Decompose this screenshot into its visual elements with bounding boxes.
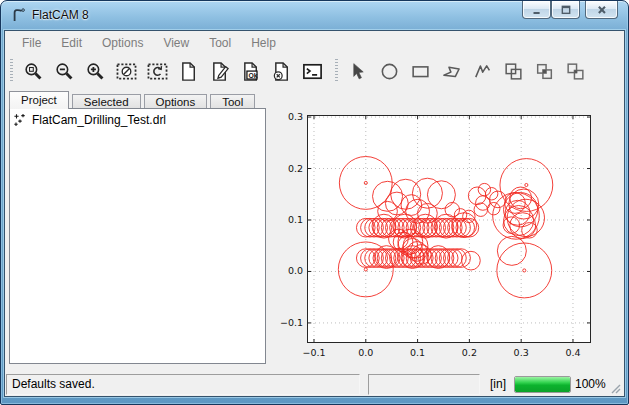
toolbar	[6, 54, 623, 88]
replot-button[interactable]	[142, 56, 173, 86]
clear-plot-icon	[116, 61, 137, 82]
close-button[interactable]	[585, 1, 618, 19]
drill-hole-marker	[373, 218, 392, 237]
drill-hole-marker	[364, 268, 367, 271]
menu-help[interactable]: Help	[241, 33, 286, 54]
zoom-fit-button[interactable]	[18, 56, 49, 86]
drill-hole-marker	[448, 249, 467, 268]
menu-edit[interactable]: Edit	[51, 33, 92, 54]
drill-hole-marker	[497, 236, 526, 265]
drill-hole-marker	[497, 243, 552, 298]
delete-object-icon	[271, 61, 292, 82]
close-icon	[595, 3, 609, 17]
draw-polygon-icon	[441, 61, 462, 82]
draw-polygon-button[interactable]	[436, 56, 467, 86]
polygon-union-icon	[503, 61, 524, 82]
drill-hole-marker	[385, 192, 408, 215]
toolbar-group-geometry	[343, 56, 591, 86]
new-file-icon	[178, 61, 199, 82]
drill-hole-marker	[361, 218, 380, 237]
tab-options[interactable]: Options	[144, 94, 208, 109]
units-label: [in]	[486, 377, 510, 391]
shell-icon	[302, 61, 323, 82]
tree-item-label: FlatCam_Drilling_Test.drl	[32, 113, 166, 127]
tree-item[interactable]: FlatCam_Drilling_Test.drl	[10, 109, 265, 127]
status-position-panel	[368, 374, 480, 395]
drill-hole-marker	[478, 183, 490, 195]
maximize-button[interactable]	[551, 1, 580, 19]
resize-grip[interactable]	[609, 382, 622, 395]
draw-circle-button[interactable]	[374, 56, 405, 86]
zoom-out-button[interactable]	[49, 56, 80, 86]
draw-path-button[interactable]	[467, 56, 498, 86]
drill-hole-marker	[462, 251, 481, 270]
toolbar-group-plot	[18, 56, 328, 86]
zoom-fit-icon	[23, 61, 44, 82]
tab-project[interactable]: Project	[9, 91, 69, 109]
menu-tool[interactable]: Tool	[199, 33, 241, 54]
title-bar[interactable]: FlatCAM 8	[1, 1, 628, 30]
edit-file-icon	[209, 61, 230, 82]
minimize-button[interactable]	[522, 1, 551, 19]
draw-circle-icon	[379, 61, 400, 82]
replot-icon	[147, 61, 168, 82]
tab-bar: ProjectSelectedOptionsTool	[9, 91, 258, 109]
status-message-panel: Defaults saved.	[6, 374, 360, 395]
shell-button[interactable]	[297, 56, 328, 86]
progress-percent-label: 100%	[575, 377, 606, 391]
toolbar-drag-handle[interactable]	[335, 59, 338, 83]
drill-hole-marker	[525, 183, 528, 186]
drill-hole-marker	[365, 218, 384, 237]
draw-rectangle-icon	[410, 61, 431, 82]
drill-file-icon	[13, 113, 27, 127]
project-tree[interactable]: FlatCam_Drilling_Test.drl	[9, 108, 266, 364]
zoom-out-icon	[54, 61, 75, 82]
polygon-intersection-icon	[534, 61, 555, 82]
tab-tool[interactable]: Tool	[210, 94, 255, 109]
zoom-in-button[interactable]	[80, 56, 111, 86]
menu-options[interactable]: Options	[92, 33, 153, 54]
select-icon	[348, 61, 369, 82]
ok-file-button[interactable]	[235, 56, 266, 86]
drill-hole-marker	[523, 269, 526, 272]
draw-path-icon	[472, 61, 493, 82]
polygon-subtract-icon	[565, 61, 586, 82]
drill-hole-marker	[435, 249, 454, 268]
select-button[interactable]	[343, 56, 374, 86]
tab-selected[interactable]: Selected	[72, 94, 141, 109]
window-title: FlatCAM 8	[32, 8, 89, 22]
delete-object-button[interactable]	[266, 56, 297, 86]
minimize-icon	[530, 3, 544, 17]
toolbar-drag-handle[interactable]	[10, 59, 13, 83]
new-file-button[interactable]	[173, 56, 204, 86]
drill-hole-marker	[423, 249, 442, 268]
polygon-intersection-button[interactable]	[529, 56, 560, 86]
draw-rectangle-button[interactable]	[405, 56, 436, 86]
polygon-subtract-button[interactable]	[560, 56, 591, 86]
drill-hole-marker	[339, 157, 392, 210]
maximize-icon	[559, 3, 573, 17]
edit-file-button[interactable]	[204, 56, 235, 86]
menu-view[interactable]: View	[153, 33, 199, 54]
zoom-in-icon	[85, 61, 106, 82]
drill-hole-marker	[365, 249, 384, 268]
drill-hole-marker	[435, 218, 454, 237]
drill-hole-marker	[423, 218, 442, 237]
plot-canvas[interactable]	[307, 115, 591, 343]
menu-file[interactable]: File	[12, 33, 51, 54]
ok-file-icon	[240, 61, 261, 82]
drill-hole-marker	[373, 249, 392, 268]
drill-hole-marker	[364, 181, 367, 184]
flatcam-window: FlatCAM 8 FileEditOptionsViewToolHelp Pr…	[0, 0, 629, 405]
axes-border	[308, 116, 591, 343]
polygon-union-button[interactable]	[498, 56, 529, 86]
status-bar: Defaults saved. [in] 100%	[6, 371, 623, 397]
clear-plot-button[interactable]	[111, 56, 142, 86]
status-message: Defaults saved.	[12, 377, 95, 391]
menu-bar: FileEditOptionsViewToolHelp	[6, 33, 623, 54]
progress-bar	[514, 376, 571, 393]
flatcam-logo-icon	[10, 7, 26, 23]
progress-fill	[515, 377, 570, 392]
drill-hole-marker	[390, 249, 409, 268]
window-controls	[522, 1, 618, 19]
